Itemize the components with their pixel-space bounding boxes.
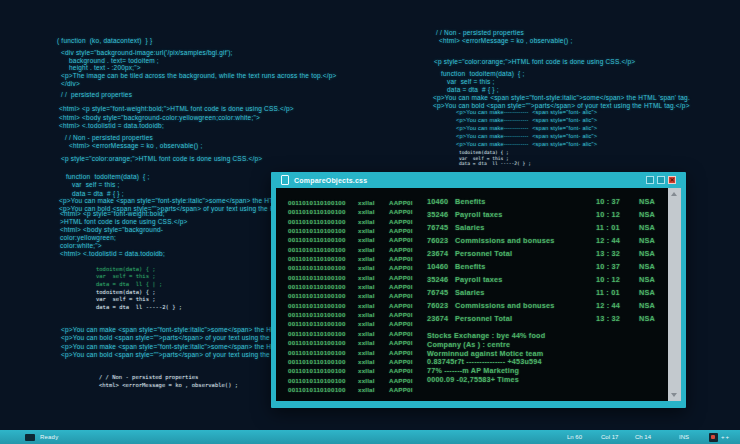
status-column-number: Col 17 [601,434,635,440]
binary-col2: xxIlaI [358,339,375,346]
entry-label: Commissions and bonuses [455,236,554,245]
tray-icon[interactable] [709,433,718,442]
entry-time: 12 : 44 [596,236,620,245]
entry-tag: NSA [639,262,655,271]
tray-extra: ++ [721,434,730,440]
status-ready: Ready [40,434,58,440]
binary-col2: xxIlaI [358,377,375,384]
binary-value: 0011010110100100 [288,320,346,327]
entry-amount: 76745 [427,288,448,297]
binary-col2: xxIlaI [358,302,375,309]
entry-time: 12 : 44 [596,301,620,310]
status-line-number: Ln 60 [567,434,601,440]
binary-value: 0011010110100100 [288,236,346,243]
document-icon [281,175,289,185]
close-button[interactable]: ✕ [668,176,676,184]
binary-col2: xxIlaI [358,274,375,281]
binary-value: 0011010110100100 [288,264,346,271]
bg-code-persisted-comment: / / persisted properties [61,91,132,99]
entry-tag: NSA [639,288,655,297]
bg-code-div-block: <div style="background-image:url('/pix/s… [61,49,337,88]
binary-col2: xxIlaI [358,367,375,374]
entry-tag: NSA [639,275,655,284]
window-titlebar[interactable]: CompareObjects.css ✕ [271,172,686,188]
entry-tag: NSA [639,249,655,258]
binary-col2: xxIlaI [358,208,375,215]
entry-time: 11 : 01 [596,288,620,297]
binary-col3: AAPP0I [389,255,413,262]
entry-tag: NSA [639,223,655,232]
binary-col3: AAPP0I [389,208,413,215]
minimize-button[interactable] [646,176,654,184]
bg-code-nonpersisted-comment: / / Non - persisted properties [65,134,153,142]
entry-label: Personnel Total [455,249,512,258]
binary-col2: xxIlaI [358,349,375,356]
entry-label: Benefits [455,197,485,206]
binary-col3: AAPP0I [389,349,413,356]
binary-value: 0011010110100100 [288,246,346,253]
binary-col2: xxIlaI [358,386,375,393]
binary-value: 0011010110100100 [288,292,346,299]
binary-value: 0011010110100100 [288,227,346,234]
bg-code-orange-line: <p style="color:orange;">HTML font code … [61,155,262,163]
entry-label: Payroll taxes [455,210,503,219]
binary-col3: AAPP0I [389,227,413,234]
scrollbar[interactable] [668,188,681,401]
entry-time: 10 : 12 [596,275,620,284]
binary-col2: xxIlaI [358,236,375,243]
entry-time: 10 : 12 [596,210,620,219]
taskbar: Ready Ln 60 Col 17 Ch 14 INS ++ [0,430,740,444]
binary-col2: xxIlaI [358,330,375,337]
scroll-up-icon[interactable] [668,188,681,200]
entry-amount: 10460 [427,262,448,271]
binary-col3: AAPP0I [389,339,413,346]
status-insert-mode: INS [679,434,701,440]
bg-mono-green-block: todoitem(data) { ;var self = this ;data … [96,266,162,288]
entry-time: 13 : 32 [596,314,620,323]
ledger-row: 23674 Personnel Total 13 : 32 NSA [427,249,665,262]
ledger-entries: 10460 Benefits 10 : 37 NSA 35246 Payroll… [427,197,665,327]
window-title: CompareObjects.css [294,177,367,184]
binary-value: 0011010110100100 [288,302,346,309]
binary-col3: AAPP0I [389,218,413,225]
ledger-row: 35246 Payroll taxes 10 : 12 NSA [427,275,665,288]
binary-value: 0011010110100100 [288,377,346,384]
bg-code-narrow-block: <html> <p style="font-weight:bold;">HTML… [60,210,188,259]
binary-value: 0011010110100100 [288,218,346,225]
binary-col2: xxIlaI [358,199,375,206]
stocks-blurb: Stocks Exchange : bye 44% foodCompany (A… [427,332,545,385]
bg-code-function-line: ( function (ko, datacontext) } } [57,37,152,45]
desktop: ( function (ko, datacontext) } } <div st… [0,0,740,444]
entry-amount: 35246 [427,210,448,219]
entry-tag: NSA [639,236,655,245]
entry-label: Benefits [455,262,485,271]
binary-col2: xxIlaI [358,320,375,327]
entry-amount: 76023 [427,236,448,245]
entry-label: Personnel Total [455,314,512,323]
maximize-button[interactable] [657,176,665,184]
entry-tag: NSA [639,301,655,310]
entry-amount: 76745 [427,223,448,232]
bg-right-mono-white: todoitem(data) { ;var self = this ;data … [459,150,531,167]
ledger-row: 76745 Salaries 11 : 01 NSA [427,288,665,301]
entry-time: 13 : 32 [596,249,620,258]
terminal-content: 0011010110100100 xxIlaI AAPP0I 001101011… [276,188,681,401]
entry-label: Salaries [455,223,485,232]
bg-right-fn-block: function todoitem(data) { ; var self = t… [441,70,524,93]
entry-amount: 23674 [427,314,448,323]
start-icon[interactable] [25,434,35,441]
scroll-down-icon[interactable] [668,389,681,401]
bg-code-error-line: <html> <errorMessage = ko , observable()… [69,142,202,150]
binary-col3: AAPP0I [389,358,413,365]
bg-mono-white-block: todoitem(data) { ;var self = this ;data … [96,289,182,311]
binary-value: 0011010110100100 [288,208,346,215]
binary-value: 0011010110100100 [288,199,346,206]
entry-amount: 23674 [427,249,448,258]
bg-code-html-block: <html> <p style="font-weight:bold;">HTML… [59,105,294,131]
binary-value: 0011010110100100 [288,283,346,290]
binary-value: 0011010110100100 [288,358,346,365]
binary-col3: AAPP0I [389,367,413,374]
entry-amount: 76023 [427,301,448,310]
ledger-row: 10460 Benefits 10 : 37 NSA [427,197,665,210]
bg-bottom-mono: / / Non - persisted properties<html> <er… [99,373,238,389]
